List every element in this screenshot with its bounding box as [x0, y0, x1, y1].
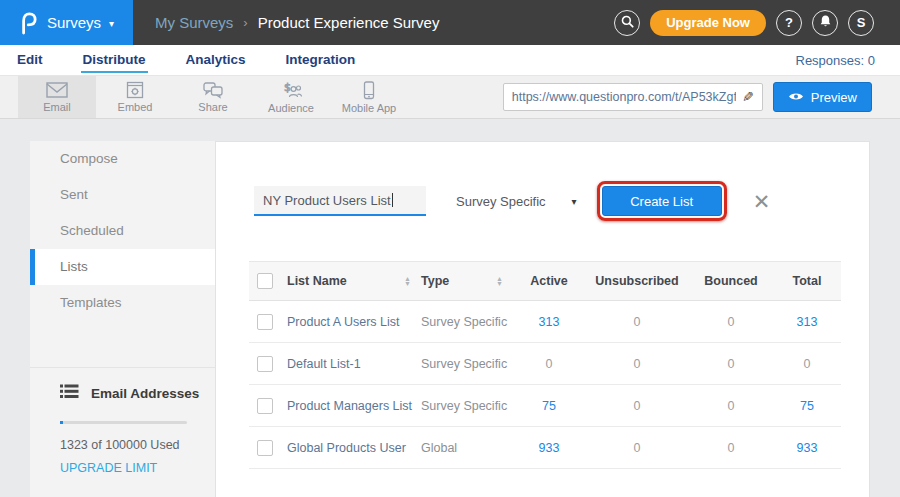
row-checkbox[interactable] — [257, 440, 273, 456]
breadcrumb: My Surveys › Product Experience Survey — [155, 14, 614, 31]
page-title: Product Experience Survey — [258, 14, 440, 31]
channel-embed[interactable]: Embed — [96, 76, 174, 118]
search-button[interactable] — [614, 10, 640, 36]
text-cursor — [392, 193, 393, 207]
eye-icon — [788, 90, 804, 105]
list-name-input-value: NY Product Users List — [263, 193, 391, 208]
responses-count: Responses: 0 — [796, 53, 876, 68]
questionpro-logo-icon — [19, 11, 39, 35]
list-type-selected: Survey Specific — [456, 194, 546, 209]
tab-analytics[interactable]: Analytics — [184, 47, 248, 73]
tab-integration[interactable]: Integration — [284, 47, 358, 73]
list-name-link[interactable]: Product Managers List — [287, 399, 421, 413]
sidebar-item-templates[interactable]: Templates — [30, 285, 215, 321]
list-type: Survey Specific — [421, 399, 513, 413]
annotation-highlight-ring: Create List — [597, 181, 727, 221]
share-icon — [202, 81, 224, 99]
active-count[interactable]: 313 — [513, 315, 585, 329]
channel-share[interactable]: Share — [174, 76, 252, 118]
sort-icon: ▲▼ — [496, 277, 503, 286]
channel-label: Audience — [268, 102, 314, 114]
avatar-initial: S — [857, 15, 866, 30]
total-count[interactable]: 75 — [773, 399, 841, 413]
lists-panel: NY Product Users List Survey Specific ▾ … — [215, 141, 870, 497]
edit-url-pencil-icon[interactable]: ✎ — [742, 89, 754, 105]
email-usage-progressbar — [60, 421, 187, 424]
help-button[interactable]: ? — [776, 10, 802, 36]
sort-icon: ▲▼ — [404, 277, 411, 286]
active-count: 0 — [513, 357, 585, 371]
breadcrumb-my-surveys[interactable]: My Surveys — [155, 14, 233, 31]
list-type: Survey Specific — [421, 357, 513, 371]
tab-distribute[interactable]: Distribute — [81, 47, 148, 73]
embed-icon — [125, 81, 145, 99]
bounced-count: 0 — [689, 441, 773, 455]
upgrade-limit-link[interactable]: UPGRADE LIMIT — [60, 461, 215, 475]
upgrade-now-button[interactable]: Upgrade Now — [650, 10, 766, 36]
select-all-checkbox[interactable] — [257, 273, 273, 289]
sidebar-item-lists[interactable]: Lists — [30, 249, 215, 285]
survey-tabbar: Edit Distribute Analytics Integration Re… — [0, 45, 900, 76]
active-count[interactable]: 933 — [513, 441, 585, 455]
preview-label: Preview — [811, 90, 857, 105]
row-checkbox[interactable] — [257, 356, 273, 372]
header-label: Type — [421, 274, 449, 288]
channel-email[interactable]: Email — [18, 76, 96, 118]
sidebar-item-sent[interactable]: Sent — [30, 177, 215, 213]
row-checkbox[interactable] — [257, 314, 273, 330]
header-list-name[interactable]: List Name ▲▼ — [287, 274, 421, 288]
top-header: Surveys ▾ My Surveys › Product Experienc… — [0, 0, 900, 45]
create-list-button[interactable]: Create List — [602, 186, 722, 216]
header-bounced: Bounced — [689, 274, 773, 288]
create-list-form: NY Product Users List Survey Specific ▾ … — [254, 181, 869, 221]
row-checkbox[interactable] — [257, 398, 273, 414]
unsubscribed-count: 0 — [585, 357, 689, 371]
tab-edit[interactable]: Edit — [15, 47, 45, 73]
product-switcher[interactable]: Surveys ▾ — [0, 0, 133, 45]
table-row: Product Managers List Survey Specific 75… — [249, 385, 841, 427]
product-menu-label: Surveys — [47, 14, 101, 31]
survey-url-field[interactable]: https://www.questionpro.com/t/AP53kZgfo … — [503, 83, 763, 111]
chevron-down-icon: ▾ — [109, 18, 114, 29]
unsubscribed-count: 0 — [585, 441, 689, 455]
audience-icon: $ — [279, 81, 303, 100]
list-name-link[interactable]: Default List-1 — [287, 357, 421, 371]
email-lists-table: List Name ▲▼ Type ▲▼ Active Unsubscribed… — [249, 261, 841, 469]
total-count[interactable]: 313 — [773, 315, 841, 329]
email-addresses-title: Email Addresses — [91, 386, 199, 401]
unsubscribed-count: 0 — [585, 399, 689, 413]
app-window: Surveys ▾ My Surveys › Product Experienc… — [0, 0, 900, 497]
notifications-button[interactable] — [812, 10, 838, 36]
mobile-phone-icon — [363, 81, 375, 100]
toolbar-right: https://www.questionpro.com/t/AP53kZgfo … — [503, 76, 900, 118]
channel-label: Mobile App — [342, 102, 396, 114]
header-type[interactable]: Type ▲▼ — [421, 274, 513, 288]
email-icon — [45, 81, 69, 99]
active-count[interactable]: 75 — [513, 399, 585, 413]
channel-label: Embed — [118, 101, 153, 113]
list-lines-icon — [60, 384, 79, 403]
header-total: Total — [773, 274, 841, 288]
chevron-down-icon: ▾ — [572, 196, 577, 207]
tabs: Edit Distribute Analytics Integration — [15, 47, 796, 73]
bounced-count: 0 — [689, 357, 773, 371]
header-unsubscribed: Unsubscribed — [585, 274, 689, 288]
sidebar-item-compose[interactable]: Compose — [30, 141, 215, 177]
channel-mobile-app[interactable]: Mobile App — [330, 76, 408, 118]
close-icon[interactable]: ✕ — [753, 191, 771, 212]
preview-button[interactable]: Preview — [773, 82, 872, 112]
list-name-link[interactable]: Product A Users List — [287, 315, 421, 329]
channel-audience[interactable]: $ Audience — [252, 76, 330, 118]
list-name-input[interactable]: NY Product Users List — [254, 186, 426, 216]
list-name-link[interactable]: Global Products User — [287, 441, 421, 455]
list-type-dropdown[interactable]: Survey Specific ▾ — [456, 194, 577, 209]
table-row: Default List-1 Survey Specific 0 0 0 0 — [249, 343, 841, 385]
header-actions: Upgrade Now ? S — [614, 10, 900, 36]
total-count[interactable]: 933 — [773, 441, 841, 455]
sidebar-item-scheduled[interactable]: Scheduled — [30, 213, 215, 249]
table-row: Global Products User Global 933 0 0 933 — [249, 427, 841, 469]
page-body: Compose Sent Scheduled Lists Templates E… — [0, 119, 900, 497]
help-icon: ? — [785, 15, 793, 30]
account-avatar[interactable]: S — [848, 10, 874, 36]
email-usage-progress-fill — [60, 421, 63, 424]
